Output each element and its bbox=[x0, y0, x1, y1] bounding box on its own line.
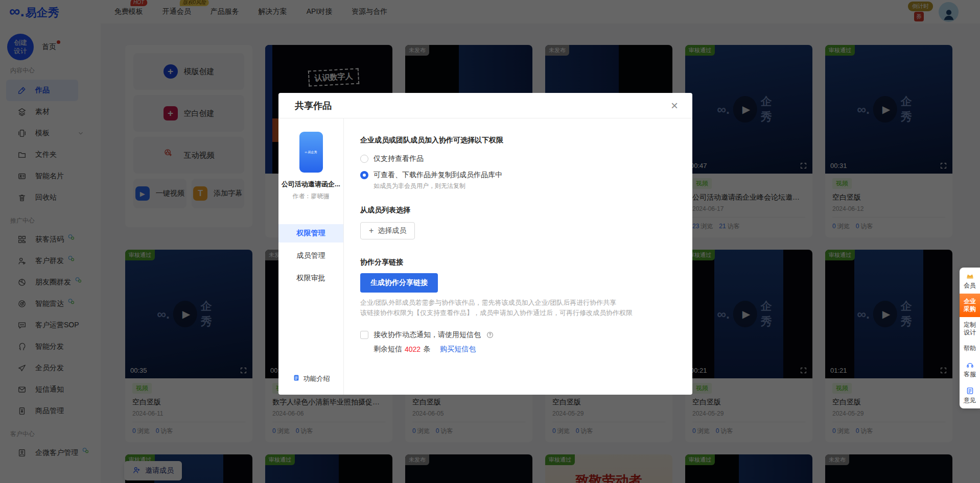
work-name: 公司活动邀请函企... bbox=[282, 180, 340, 189]
feedback-icon-wrap bbox=[962, 387, 977, 395]
sms-count: 4022 bbox=[405, 345, 421, 353]
radio-note: 如成员为非会员用户，则无法复制 bbox=[374, 182, 674, 190]
generate-link-button[interactable]: 生成协作分享链接 bbox=[360, 273, 438, 293]
toolbar-item[interactable]: 意见 bbox=[960, 382, 980, 408]
qmark-icon bbox=[486, 331, 494, 339]
buy-sms-link[interactable]: 购买短信包 bbox=[440, 345, 476, 354]
share-link-heading: 协作分享链接 bbox=[360, 258, 674, 268]
crown-icon-wrap bbox=[962, 272, 977, 280]
toolbar-item[interactable]: 企业采购 bbox=[960, 294, 980, 317]
permission-radio[interactable]: 可查看、下载作品并复制到成员作品库中 bbox=[360, 171, 674, 180]
modal-tab[interactable]: 权限审批 bbox=[278, 269, 343, 287]
notify-checkbox-label: 接收协作动态通知，请使用短信包 bbox=[374, 330, 481, 340]
document-icon bbox=[292, 374, 300, 383]
radio-label: 仅支持查看作品 bbox=[374, 154, 424, 163]
share-link-description: 企业/团队外部成员若需参与协作该作品，需先将该成员加入企业/团队后再进行协作共享… bbox=[360, 298, 674, 318]
share-work-modal: 共享作品 × ∞.易企秀 公司活动邀请函企... 作者：廖晓骊 权限管理成员管理… bbox=[278, 93, 692, 395]
floating-toolbar: 会员企业采购定制设计帮助客服意见 bbox=[960, 268, 980, 408]
modal-left-panel: ∞.易企秀 公司活动邀请函企... 作者：廖晓骊 权限管理成员管理权限审批 功能… bbox=[278, 118, 344, 395]
description-line: 企业/团队外部成员若需参与协作该作品，需先将该成员加入企业/团队后再进行协作共享 bbox=[360, 298, 674, 308]
toolbar-item[interactable]: 会员 bbox=[960, 268, 980, 294]
help-icon[interactable] bbox=[486, 331, 494, 339]
toolbar-item[interactable]: 帮助 bbox=[960, 341, 980, 356]
modal-tabs: 权限管理成员管理权限审批 bbox=[278, 224, 343, 287]
feedback-icon bbox=[966, 387, 974, 395]
modal-header: 共享作品 × bbox=[278, 93, 692, 118]
permission-radio-group: 仅支持查看作品可查看、下载作品并复制到成员作品库中如成员为非会员用户，则无法复制 bbox=[360, 154, 674, 190]
plus-icon: + bbox=[369, 226, 374, 235]
sms-unit: 条 bbox=[423, 345, 430, 354]
feature-intro-link[interactable]: 功能介绍 bbox=[278, 374, 343, 383]
toolbar-item-label: 帮助 bbox=[964, 345, 976, 352]
crown-icon bbox=[966, 272, 974, 280]
radio-icon[interactable] bbox=[360, 155, 368, 163]
modal-right-panel: 企业成员或团队成员加入协作可选择以下权限 仅支持查看作品可查看、下载作品并复制到… bbox=[344, 118, 692, 395]
radio-label: 可查看、下载作品并复制到成员作品库中 bbox=[374, 171, 502, 180]
sms-row: 剩余短信 4022 条 购买短信包 bbox=[374, 345, 674, 354]
permission-heading: 企业成员或团队成员加入协作可选择以下权限 bbox=[360, 136, 674, 146]
headset-icon-wrap bbox=[962, 360, 977, 369]
close-icon[interactable]: × bbox=[671, 100, 678, 112]
member-list-heading: 从成员列表选择 bbox=[360, 206, 674, 216]
permission-radio[interactable]: 仅支持查看作品 bbox=[360, 154, 674, 163]
toolbar-item-label: 定制设计 bbox=[964, 321, 976, 336]
checkbox[interactable] bbox=[360, 331, 368, 339]
toolbar-item-label: 意见 bbox=[964, 397, 976, 404]
work-thumbnail: ∞.易企秀 bbox=[299, 132, 323, 173]
description-line: 该链接协作权限为【仅支持查看作品】，成员申请加入协作通过后，可再行修改成员协作权… bbox=[360, 308, 674, 318]
toolbar-item[interactable]: 定制设计 bbox=[960, 317, 980, 341]
select-member-label: 选择成员 bbox=[378, 226, 406, 235]
modal-tab[interactable]: 权限管理 bbox=[278, 224, 343, 243]
doc-icon bbox=[292, 374, 300, 382]
work-author: 作者：廖晓骊 bbox=[293, 192, 330, 201]
toolbar-item-label: 企业采购 bbox=[964, 298, 976, 312]
feature-intro-label: 功能介绍 bbox=[304, 374, 330, 383]
radio-icon[interactable] bbox=[360, 171, 368, 179]
toolbar-item-label: 会员 bbox=[964, 282, 976, 289]
modal-title: 共享作品 bbox=[295, 100, 332, 112]
sms-remaining-label: 剩余短信 bbox=[374, 345, 402, 354]
toolbar-item-label: 客服 bbox=[964, 371, 976, 378]
modal-tab[interactable]: 成员管理 bbox=[278, 247, 343, 265]
work-thumbnail-logo: ∞.易企秀 bbox=[305, 150, 317, 155]
toolbar-item[interactable]: 客服 bbox=[960, 356, 980, 382]
notify-checkbox-row[interactable]: 接收协作动态通知，请使用短信包 bbox=[360, 330, 674, 340]
select-member-button[interactable]: + 选择成员 bbox=[360, 222, 415, 239]
modal-body: ∞.易企秀 公司活动邀请函企... 作者：廖晓骊 权限管理成员管理权限审批 功能… bbox=[278, 118, 692, 395]
headset-icon bbox=[966, 360, 974, 369]
